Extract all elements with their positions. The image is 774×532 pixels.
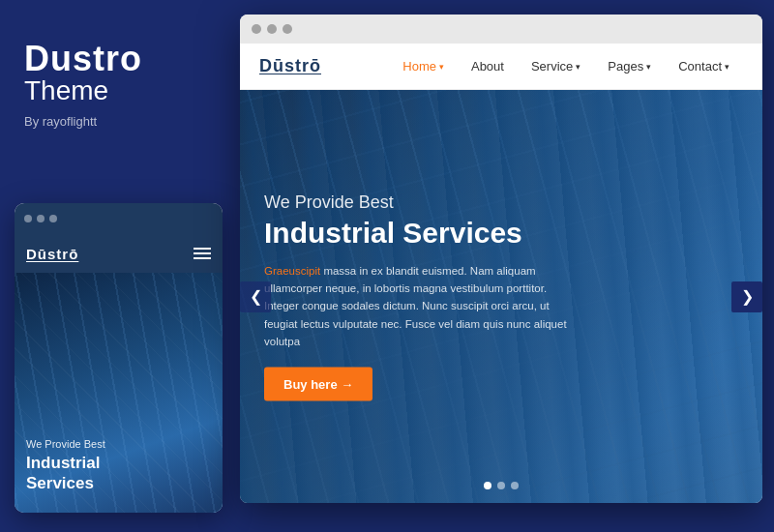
nav-link-contact[interactable]: Contact ▾ [665, 44, 743, 90]
mobile-dot-2 [37, 215, 45, 222]
nav-link-pages[interactable]: Pages ▾ [594, 44, 665, 90]
hero-dot-1[interactable] [484, 482, 491, 489]
desktop-dot-1 [252, 24, 261, 34]
hero-content: We Provide Best Industrial Services Grae… [264, 192, 685, 401]
next-icon: ❯ [741, 287, 754, 306]
hero-dots [484, 482, 519, 489]
mobile-top-bar [15, 203, 223, 234]
hero-dot-2[interactable] [497, 482, 505, 489]
nav-contact-label: Contact [678, 59, 722, 74]
prev-icon: ❮ [250, 287, 262, 306]
desktop-hero: ❮ We Provide Best Industrial Services Gr… [240, 90, 762, 503]
mobile-dot-3 [49, 215, 57, 222]
desktop-mockup: Dūstrō Home ▾ About Service ▾ Pages ▾ Co… [240, 15, 762, 503]
mobile-hero: We Provide Best IndustrialServices [15, 273, 223, 513]
mobile-hero-content: We Provide Best IndustrialServices [26, 438, 211, 493]
by-line: By rayoflightt [24, 114, 213, 129]
nav-about-label: About [471, 59, 504, 74]
nav-contact-arrow: ▾ [725, 62, 729, 72]
desktop-nav: Dūstrō Home ▾ About Service ▾ Pages ▾ Co… [240, 44, 762, 90]
desktop-dot-2 [267, 24, 277, 34]
nav-link-about[interactable]: About [458, 44, 518, 90]
mobile-hero-title: IndustrialServices [26, 454, 211, 493]
mobile-mockup: Dūstrō We Provide Best IndustrialService… [15, 203, 223, 513]
brand-title: Dustro [24, 39, 213, 79]
mobile-dot-1 [24, 215, 32, 222]
desktop-nav-links: Home ▾ About Service ▾ Pages ▾ Contact ▾ [389, 44, 743, 90]
nav-home-label: Home [402, 59, 436, 74]
buy-here-button[interactable]: Buy here → [264, 368, 372, 401]
hero-title: Industrial Services [264, 216, 685, 248]
nav-pages-arrow: ▾ [646, 62, 651, 72]
hero-body: Graeuscipit massa in ex blandit euismed.… [264, 261, 574, 350]
hero-body-text: massa in ex blandit euismed. Nam aliquam… [264, 264, 567, 347]
nav-pages-label: Pages [608, 59, 643, 74]
desktop-dot-3 [283, 24, 292, 34]
mobile-pre-title: We Provide Best [26, 438, 211, 450]
hero-pre-title: We Provide Best [264, 192, 685, 212]
hero-dot-3[interactable] [511, 482, 519, 489]
desktop-logo: Dūstrō [259, 56, 321, 76]
desktop-top-bar [240, 15, 762, 44]
mobile-logo: Dūstrō [26, 246, 78, 262]
hamburger-menu[interactable] [194, 248, 211, 259]
brand-subtitle: Theme [24, 75, 213, 106]
hero-highlight: Graeuscipit [264, 264, 320, 276]
nav-home-arrow: ▾ [439, 62, 444, 72]
nav-link-service[interactable]: Service ▾ [518, 44, 594, 90]
nav-service-arrow: ▾ [576, 62, 580, 72]
mobile-nav: Dūstrō [15, 234, 223, 273]
hero-prev-button[interactable]: ❮ [240, 281, 271, 312]
nav-link-home[interactable]: Home ▾ [389, 44, 458, 90]
nav-service-label: Service [531, 59, 573, 74]
hero-next-button[interactable]: ❯ [731, 281, 762, 312]
